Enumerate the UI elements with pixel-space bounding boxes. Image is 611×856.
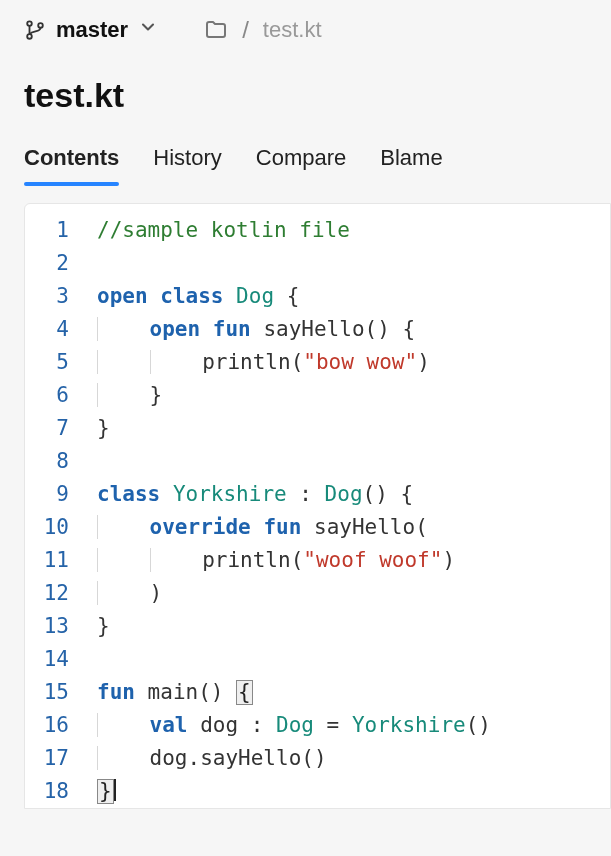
code-content[interactable]: dog.sayHello() (87, 742, 610, 775)
code-line[interactable]: 14 (25, 643, 610, 676)
code-content[interactable]: println("woof woof") (87, 544, 610, 577)
line-number: 17 (25, 742, 87, 775)
line-number: 12 (25, 577, 87, 610)
code-line[interactable]: 10 override fun sayHello( (25, 511, 610, 544)
code-content[interactable]: //sample kotlin file (87, 204, 610, 247)
code-content[interactable]: ) (87, 577, 610, 610)
git-branch-icon (24, 19, 46, 41)
line-number: 7 (25, 412, 87, 445)
code-content[interactable] (87, 247, 610, 280)
code-line[interactable]: 5 println("bow wow") (25, 346, 610, 379)
code-content[interactable]: println("bow wow") (87, 346, 610, 379)
breadcrumb-file: test.kt (263, 17, 322, 43)
code-content[interactable]: } (87, 379, 610, 412)
line-number: 2 (25, 247, 87, 280)
code-line[interactable]: 17 dog.sayHello() (25, 742, 610, 775)
line-number: 5 (25, 346, 87, 379)
code-line[interactable]: 15fun main() { (25, 676, 610, 709)
code-line[interactable]: 12 ) (25, 577, 610, 610)
code-viewer[interactable]: 1//sample kotlin file2 3open class Dog {… (24, 203, 611, 809)
code-content[interactable]: } (87, 412, 610, 445)
code-content[interactable] (87, 445, 610, 478)
code-content[interactable]: } (87, 610, 610, 643)
code-content[interactable]: } (87, 775, 610, 808)
line-number: 4 (25, 313, 87, 346)
code-line[interactable]: 4 open fun sayHello() { (25, 313, 610, 346)
code-line[interactable]: 11 println("woof woof") (25, 544, 610, 577)
branch-selector[interactable]: master (24, 17, 158, 43)
line-number: 1 (25, 204, 87, 247)
code-line[interactable]: 18} (25, 775, 610, 808)
tab-history[interactable]: History (153, 135, 221, 185)
folder-icon[interactable] (204, 18, 228, 42)
line-number: 14 (25, 643, 87, 676)
tab-blame[interactable]: Blame (380, 135, 442, 185)
code-content[interactable] (87, 643, 610, 676)
svg-point-2 (38, 23, 43, 28)
code-content[interactable]: override fun sayHello( (87, 511, 610, 544)
branch-name: master (56, 17, 128, 43)
chevron-down-icon (138, 17, 158, 43)
code-line[interactable]: 6 } (25, 379, 610, 412)
code-line[interactable]: 3open class Dog { (25, 280, 610, 313)
code-line[interactable]: 7} (25, 412, 610, 445)
line-number: 10 (25, 511, 87, 544)
code-line[interactable]: 9class Yorkshire : Dog() { (25, 478, 610, 511)
breadcrumb-separator: / (242, 16, 249, 44)
code-content[interactable]: fun main() { (87, 676, 610, 709)
file-tabs: Contents History Compare Blame (0, 125, 611, 185)
code-line[interactable]: 1//sample kotlin file (25, 204, 610, 247)
line-number: 3 (25, 280, 87, 313)
line-number: 11 (25, 544, 87, 577)
line-number: 9 (25, 478, 87, 511)
line-number: 15 (25, 676, 87, 709)
line-number: 6 (25, 379, 87, 412)
code-content[interactable]: class Yorkshire : Dog() { (87, 478, 610, 511)
code-line[interactable]: 8 (25, 445, 610, 478)
line-number: 8 (25, 445, 87, 478)
line-number: 16 (25, 709, 87, 742)
code-line[interactable]: 2 (25, 247, 610, 280)
code-line[interactable]: 16 val dog : Dog = Yorkshire() (25, 709, 610, 742)
tab-contents[interactable]: Contents (24, 135, 119, 185)
code-content[interactable]: open fun sayHello() { (87, 313, 610, 346)
page-title: test.kt (0, 54, 611, 125)
line-number: 13 (25, 610, 87, 643)
code-content[interactable]: val dog : Dog = Yorkshire() (87, 709, 610, 742)
svg-point-1 (27, 34, 32, 39)
line-number: 18 (25, 775, 87, 808)
code-line[interactable]: 13} (25, 610, 610, 643)
tab-compare[interactable]: Compare (256, 135, 346, 185)
svg-point-0 (27, 21, 32, 26)
code-content[interactable]: open class Dog { (87, 280, 610, 313)
breadcrumb-bar: master / test.kt (0, 0, 611, 54)
